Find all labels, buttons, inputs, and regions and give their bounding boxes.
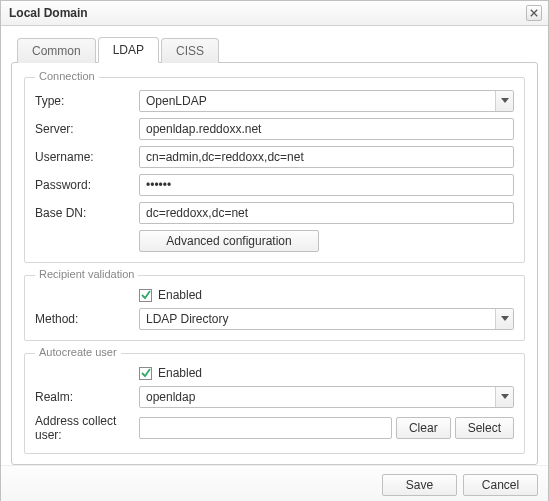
password-label: Password:: [35, 178, 139, 192]
autocreate-legend: Autocreate user: [35, 346, 121, 358]
close-button[interactable]: [526, 5, 542, 21]
close-icon: [530, 9, 538, 17]
tab-body-ldap: Connection Type: OpenLDAP Server:: [11, 62, 538, 465]
method-label: Method:: [35, 312, 139, 326]
select-button[interactable]: Select: [455, 417, 514, 439]
recipient-legend: Recipient validation: [35, 268, 138, 280]
tab-ldap[interactable]: LDAP: [98, 37, 159, 63]
checkbox-icon: [139, 367, 152, 380]
autocreate-enabled-checkbox[interactable]: Enabled: [139, 366, 202, 380]
save-button[interactable]: Save: [382, 474, 457, 496]
type-select[interactable]: OpenLDAP: [139, 90, 514, 112]
tab-ciss[interactable]: CISS: [161, 38, 219, 63]
advanced-config-button[interactable]: Advanced configuration: [139, 230, 319, 252]
chevron-down-icon: [495, 309, 513, 329]
chevron-down-icon: [495, 387, 513, 407]
clear-button[interactable]: Clear: [396, 417, 451, 439]
checkbox-icon: [139, 289, 152, 302]
address-collect-label: Address collect user:: [35, 414, 139, 443]
basedn-label: Base DN:: [35, 206, 139, 220]
realm-label: Realm:: [35, 390, 139, 404]
tab-common[interactable]: Common: [17, 38, 96, 63]
autocreate-enabled-label: Enabled: [158, 366, 202, 380]
recipient-enabled-label: Enabled: [158, 288, 202, 302]
username-input[interactable]: [139, 146, 514, 168]
cancel-button[interactable]: Cancel: [463, 474, 538, 496]
server-input[interactable]: [139, 118, 514, 140]
method-select[interactable]: LDAP Directory: [139, 308, 514, 330]
password-input[interactable]: [139, 174, 514, 196]
realm-value: openldap: [146, 390, 195, 404]
window-title: Local Domain: [9, 6, 88, 20]
dialog-footer: Save Cancel: [1, 465, 548, 501]
connection-legend: Connection: [35, 70, 99, 82]
method-value: LDAP Directory: [146, 312, 228, 326]
username-label: Username:: [35, 150, 139, 164]
server-label: Server:: [35, 122, 139, 136]
recipient-validation-fieldset: Recipient validation Enabled Method:: [24, 275, 525, 341]
type-label: Type:: [35, 94, 139, 108]
autocreate-user-fieldset: Autocreate user Enabled Realm: open: [24, 353, 525, 454]
connection-fieldset: Connection Type: OpenLDAP Server:: [24, 77, 525, 263]
type-value: OpenLDAP: [146, 94, 207, 108]
address-collect-input[interactable]: [139, 417, 392, 439]
realm-select[interactable]: openldap: [139, 386, 514, 408]
tab-strip: Common LDAP CISS: [17, 36, 538, 62]
local-domain-dialog: Local Domain Common LDAP CISS Connection…: [0, 0, 549, 501]
basedn-input[interactable]: [139, 202, 514, 224]
titlebar: Local Domain: [1, 1, 548, 26]
chevron-down-icon: [495, 91, 513, 111]
content-area: Common LDAP CISS Connection Type: OpenLD…: [1, 26, 548, 465]
recipient-enabled-checkbox[interactable]: Enabled: [139, 288, 202, 302]
